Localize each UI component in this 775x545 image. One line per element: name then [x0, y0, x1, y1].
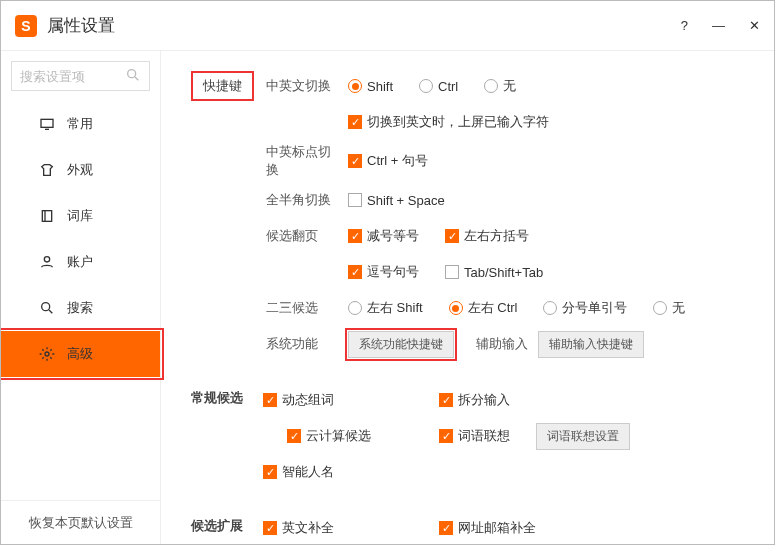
checkbox-tab[interactable]: Tab/Shift+Tab	[445, 265, 543, 280]
sidebar-item-general[interactable]: 常用	[1, 101, 160, 147]
app-logo: S	[15, 15, 37, 37]
sidebar-label: 常用	[67, 115, 93, 133]
search-icon	[39, 300, 55, 316]
sidebar-item-advanced[interactable]: 高级	[1, 331, 160, 377]
sidebar-label: 高级	[67, 345, 93, 363]
sidebar-label: 搜索	[67, 299, 93, 317]
row-label-aux: 辅助输入	[476, 335, 528, 353]
search-icon[interactable]	[125, 67, 141, 86]
checkbox-keep-input[interactable]: 切换到英文时，上屏已输入字符	[348, 113, 549, 131]
row-label-punct: 中英标点切换	[266, 143, 338, 179]
sidebar-item-appearance[interactable]: 外观	[1, 147, 160, 193]
user-icon	[39, 254, 55, 270]
sidebar-item-account[interactable]: 账户	[1, 239, 160, 285]
checkbox-smart-name[interactable]: 智能人名	[263, 463, 334, 481]
svg-line-1	[135, 77, 138, 80]
radio-semi-quote[interactable]: 分号单引号	[543, 299, 627, 317]
assoc-settings-button[interactable]: 词语联想设置	[536, 423, 630, 450]
radio-lr-ctrl[interactable]: 左右 Ctrl	[449, 299, 518, 317]
row-label-sys: 系统功能	[266, 335, 338, 353]
close-icon[interactable]: ✕	[749, 18, 760, 33]
gear-icon	[39, 346, 55, 362]
checkbox-dynamic-word[interactable]: 动态组词	[263, 391, 413, 409]
checkbox-assoc[interactable]: 词语联想	[439, 427, 510, 445]
minimize-icon[interactable]: —	[712, 18, 725, 33]
checkbox-cloud[interactable]: 云计算候选	[263, 427, 413, 445]
aux-hotkey-button[interactable]: 辅助输入快捷键	[538, 331, 644, 358]
section-general-label: 常规候选	[191, 385, 263, 487]
radio-shift[interactable]: Shift	[348, 79, 393, 94]
checkbox-split-input[interactable]: 拆分输入	[439, 391, 510, 409]
svg-rect-4	[42, 211, 51, 222]
help-icon[interactable]: ?	[681, 18, 688, 33]
checkbox-shift-space[interactable]: Shift + Space	[348, 193, 445, 208]
row-label-width: 全半角切换	[266, 191, 338, 209]
checkbox-en-complete[interactable]: 英文补全	[263, 519, 413, 537]
svg-point-9	[45, 352, 49, 356]
checkbox-comma-period[interactable]: 逗号句号	[348, 263, 419, 281]
sidebar: 常用 外观 词库 账户 搜索 高级 恢复本页默认设置	[1, 51, 161, 544]
restore-defaults-button[interactable]: 恢复本页默认设置	[1, 500, 160, 544]
svg-point-0	[128, 69, 136, 77]
svg-point-6	[44, 257, 49, 262]
search-box[interactable]	[11, 61, 150, 91]
radio-none[interactable]: 无	[484, 77, 516, 95]
section-hotkey-label: 快捷键	[191, 71, 254, 101]
svg-rect-2	[41, 119, 53, 127]
row-label-cn-en: 中英文切换	[266, 77, 338, 95]
shirt-icon	[39, 162, 55, 178]
sidebar-label: 账户	[67, 253, 93, 271]
system-hotkey-button[interactable]: 系统功能快捷键	[348, 331, 454, 358]
sidebar-label: 词库	[67, 207, 93, 225]
sidebar-item-search[interactable]: 搜索	[1, 285, 160, 331]
svg-line-8	[49, 310, 52, 313]
svg-point-7	[42, 303, 50, 311]
sidebar-label: 外观	[67, 161, 93, 179]
checkbox-url-email[interactable]: 网址邮箱补全	[439, 519, 536, 537]
sidebar-item-dict[interactable]: 词库	[1, 193, 160, 239]
content-panel: 快捷键 中英文切换 Shift Ctrl 无 切换到英文时，上屏已输入字符 中英…	[161, 51, 774, 544]
radio-lr-shift[interactable]: 左右 Shift	[348, 299, 423, 317]
row-label-cand23: 二三候选	[266, 299, 338, 317]
book-icon	[39, 208, 55, 224]
checkbox-brackets[interactable]: 左右方括号	[445, 227, 529, 245]
row-label-page: 候选翻页	[266, 227, 338, 245]
checkbox-minus-equal[interactable]: 减号等号	[348, 227, 419, 245]
radio-ctrl[interactable]: Ctrl	[419, 79, 458, 94]
monitor-icon	[39, 116, 55, 132]
section-expand-label: 候选扩展	[191, 513, 263, 544]
checkbox-ctrl-period[interactable]: Ctrl + 句号	[348, 152, 428, 170]
radio-none2[interactable]: 无	[653, 299, 685, 317]
search-input[interactable]	[20, 69, 125, 84]
window-title: 属性设置	[47, 14, 115, 37]
